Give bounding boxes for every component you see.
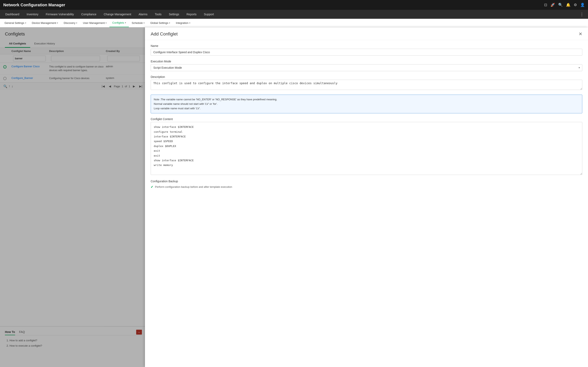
top-header: Network Configuration Manager ⊡ 🚀 🔍 🔔 ⚙ … (0, 0, 588, 10)
name-input[interactable] (151, 49, 582, 56)
chevron-down-icon: ▾ (105, 22, 107, 24)
nav-item-change-management[interactable]: Change Management (100, 10, 135, 19)
nav-bar: Dashboard Inventory Firmware Vulnerabili… (0, 10, 588, 19)
user-icon[interactable]: 👤 (580, 3, 585, 7)
backup-label: Perform configuration backup before and … (155, 185, 232, 188)
modal-title: Add Configlet (151, 31, 178, 37)
nav-item-support[interactable]: Support (200, 10, 218, 19)
content-textarea[interactable]: show interface $INTERFACE configure term… (151, 122, 582, 175)
sub-nav-global-settings[interactable]: Global Settings ▾ (147, 19, 173, 27)
monitor-icon[interactable]: ⊡ (544, 3, 547, 7)
modal-body: Name Execution Mode Script Execution Mod… (145, 40, 588, 367)
execution-mode-select[interactable]: Script Execution Mode CLI Execution Mode (151, 64, 582, 71)
nav-item-inventory[interactable]: Inventory (23, 10, 42, 19)
bell-icon[interactable]: 🔔 (566, 3, 571, 7)
nav-more-btn[interactable]: ⋮ (577, 12, 586, 17)
description-label: Description (151, 75, 582, 78)
gear-icon[interactable]: ⚙ (574, 3, 577, 7)
chevron-down-icon: ▾ (144, 22, 145, 24)
add-configlet-modal: Add Configlet ✕ Name Execution Mode Scri… (145, 27, 588, 367)
chevron-down-icon: ▾ (169, 22, 170, 24)
config-backup-title: Configuration Backup (151, 180, 582, 183)
nav-item-compliance[interactable]: Compliance (78, 10, 100, 19)
nav-item-tools[interactable]: Tools (151, 10, 165, 19)
execution-mode-select-wrapper: Script Execution Mode CLI Execution Mode… (151, 64, 582, 71)
sub-nav-discovery[interactable]: Discovery ▾ (61, 19, 80, 27)
note-box: Note :The variable name cannot be 'NO_EN… (151, 95, 582, 113)
chevron-down-icon: ▾ (57, 22, 58, 24)
modal-header: Add Configlet ✕ (145, 27, 588, 40)
name-field-group: Name (151, 44, 582, 56)
note-text: Note :The variable name cannot be 'NO_EN… (154, 98, 277, 110)
name-label: Name (151, 44, 582, 48)
execution-mode-label: Execution Mode (151, 60, 582, 63)
chevron-down-icon: ▾ (25, 22, 26, 24)
nav-item-reports[interactable]: Reports (183, 10, 200, 19)
sub-nav-user-management[interactable]: User Management ▾ (80, 19, 109, 27)
main-content: Configlets All Configlets Execution Hist… (0, 27, 588, 367)
description-field-group: Description This configlet is used to co… (151, 75, 582, 91)
backup-checkbox-row: ✔ Perform configuration backup before an… (151, 185, 582, 189)
search-icon[interactable]: 🔍 (558, 3, 563, 7)
content-field-group: Configlet Content show interface $INTERF… (151, 117, 582, 175)
execution-mode-group: Execution Mode Script Execution Mode CLI… (151, 60, 582, 71)
sub-nav-schedule[interactable]: Schedule ▾ (129, 19, 147, 27)
sub-nav-general-settings[interactable]: General Settings ▾ (2, 19, 29, 27)
sub-nav-device-management[interactable]: Device Management ▾ (29, 19, 61, 27)
sub-nav-configlets[interactable]: Configlets ▾ (109, 19, 129, 27)
nav-item-dashboard[interactable]: Dashboard (2, 10, 23, 19)
content-label: Configlet Content (151, 117, 582, 121)
sub-nav: General Settings ▾ Device Management ▾ D… (0, 19, 588, 27)
header-icons: ⊡ 🚀 🔍 🔔 ⚙ 👤 (544, 3, 585, 7)
nav-item-firmware[interactable]: Firmware Vulnerability (42, 10, 78, 19)
sub-nav-integration[interactable]: Integration ▾ (173, 19, 193, 27)
checkbox-icon[interactable]: ✔ (151, 185, 153, 189)
config-backup-section: Configuration Backup ✔ Perform configura… (151, 180, 582, 189)
close-button[interactable]: ✕ (579, 31, 582, 37)
app-title: Network Configuration Manager (3, 3, 65, 7)
chevron-down-icon: ▾ (189, 22, 190, 24)
rocket-icon[interactable]: 🚀 (550, 3, 555, 7)
nav-item-alarms[interactable]: Alarms (135, 10, 151, 19)
chevron-down-icon: ▾ (76, 22, 77, 24)
description-textarea[interactable]: This configlet is used to configure the … (151, 80, 582, 90)
nav-item-settings[interactable]: Settings (165, 10, 183, 19)
chevron-down-icon: ▾ (125, 22, 126, 24)
